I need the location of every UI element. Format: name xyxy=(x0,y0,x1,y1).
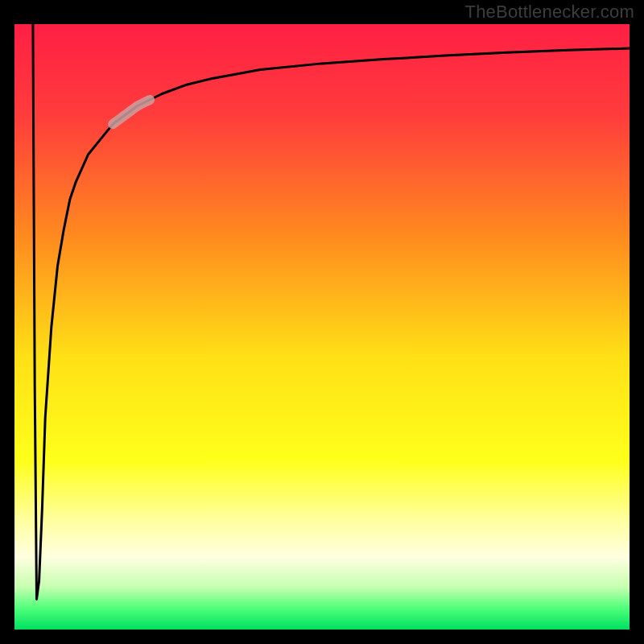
watermark-text: TheBottlenecker.com xyxy=(465,2,634,23)
gradient-background xyxy=(14,24,630,630)
plot-area xyxy=(14,24,630,630)
chart-svg xyxy=(14,24,630,630)
chart-container: TheBottlenecker.com xyxy=(0,0,644,644)
